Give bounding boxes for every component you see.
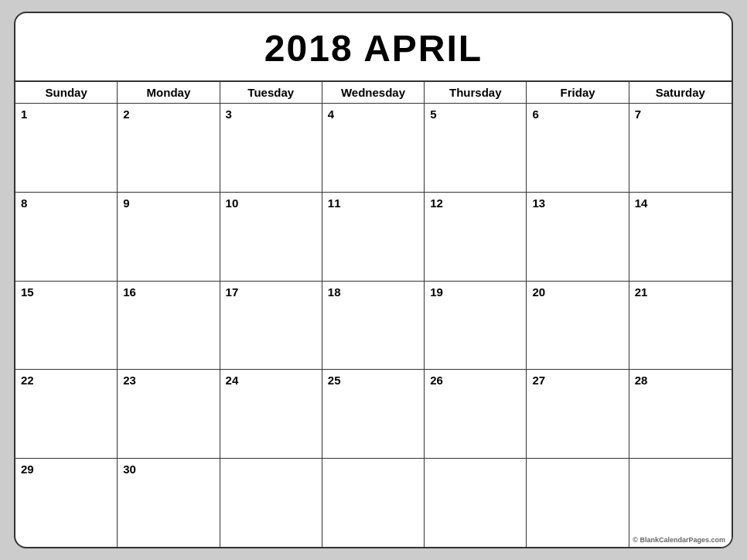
week-row: 2930© BlankCalendarPages.com [15, 459, 732, 547]
day-cell: 21 [629, 282, 732, 370]
day-cell: 15 [15, 282, 118, 370]
day-headers-row: SundayMondayTuesdayWednesdayThursdayFrid… [15, 82, 732, 104]
day-cell: 12 [425, 193, 527, 281]
calendar-grid: SundayMondayTuesdayWednesdayThursdayFrid… [15, 82, 732, 547]
watermark: © BlankCalendarPages.com [633, 536, 725, 544]
day-header: Wednesday [322, 82, 425, 103]
day-cell: 22 [15, 370, 118, 458]
day-cell: 11 [322, 193, 425, 281]
day-cell: 25 [322, 370, 425, 458]
day-cell: 8 [15, 193, 118, 281]
calendar: 2018 APRIL SundayMondayTuesdayWednesdayT… [14, 12, 733, 548]
day-cell: 28 [629, 370, 732, 458]
day-cell: 2 [118, 104, 220, 192]
day-cell: 24 [220, 370, 322, 458]
day-header: Monday [118, 82, 220, 103]
day-cell: 4 [322, 104, 425, 192]
day-header: Saturday [629, 82, 732, 103]
day-header: Thursday [425, 82, 527, 103]
day-cell [425, 459, 527, 547]
day-cell: 9 [118, 193, 220, 281]
week-row: 1234567 [15, 104, 732, 193]
day-cell: 18 [322, 282, 425, 370]
week-row: 15161718192021 [15, 282, 732, 370]
day-cell: 19 [425, 282, 527, 370]
day-cell: © BlankCalendarPages.com [629, 459, 732, 547]
day-cell: 7 [629, 104, 732, 192]
day-cell: 17 [220, 282, 322, 370]
day-cell: 29 [15, 459, 118, 547]
calendar-title: 2018 APRIL [15, 13, 732, 82]
day-cell: 5 [425, 104, 527, 192]
day-cell: 30 [118, 459, 220, 547]
weeks-container: 1234567891011121314151617181920212223242… [15, 104, 732, 547]
day-cell [322, 459, 425, 547]
day-header: Friday [527, 82, 629, 103]
day-cell: 20 [527, 282, 629, 370]
day-cell: 27 [527, 370, 629, 458]
day-cell: 26 [425, 370, 527, 458]
day-cell: 10 [220, 193, 322, 281]
week-row: 891011121314 [15, 193, 732, 282]
week-row: 22232425262728 [15, 370, 732, 459]
day-cell: 1 [15, 104, 118, 192]
day-header: Sunday [15, 82, 118, 103]
day-header: Tuesday [220, 82, 322, 103]
day-cell [220, 459, 322, 547]
day-cell: 23 [118, 370, 220, 458]
day-cell [527, 459, 629, 547]
day-cell: 6 [527, 104, 629, 192]
day-cell: 3 [220, 104, 322, 192]
day-cell: 14 [629, 193, 732, 281]
day-cell: 13 [527, 193, 629, 281]
day-cell: 16 [118, 282, 220, 370]
